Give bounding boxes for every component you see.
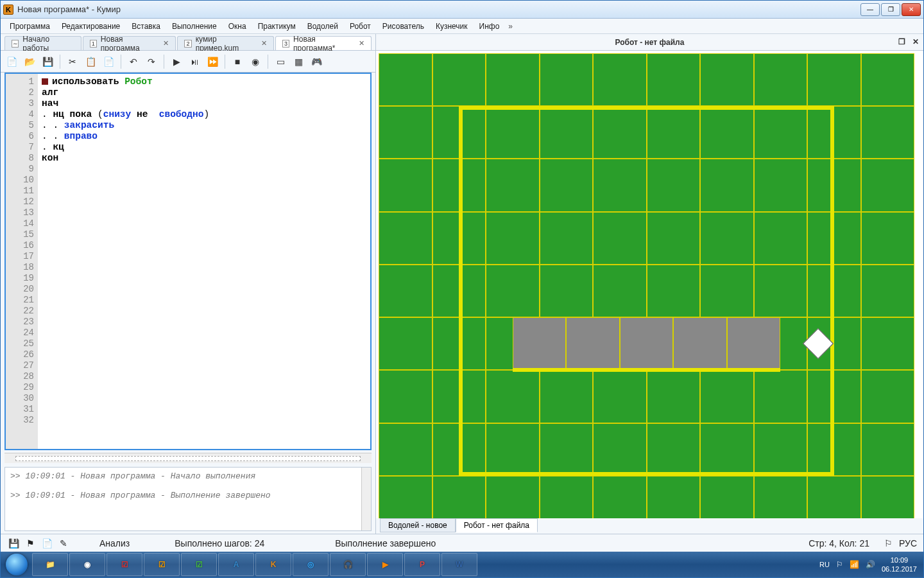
taskbar-item-ppt[interactable]: P xyxy=(404,553,440,576)
menu-робот[interactable]: Робот xyxy=(345,21,376,32)
system-tray[interactable]: RU ⚐ 📶 🔊 10:09 06.12.2017 xyxy=(814,556,922,574)
grid-cell xyxy=(540,370,594,423)
new-button[interactable]: 📄 xyxy=(4,55,19,69)
console-vscrollbar[interactable] xyxy=(361,468,371,530)
code-line[interactable]: использовать Робот xyxy=(42,76,366,87)
tray-lang[interactable]: RU xyxy=(819,561,830,568)
status-save-icon[interactable]: 💾 xyxy=(7,537,20,550)
grid-cell xyxy=(486,476,540,518)
menu-редактирование[interactable]: Редактирование xyxy=(56,21,125,32)
taskbar-item-headphones[interactable]: 🎧 xyxy=(330,553,366,576)
status-analysis: Анализ xyxy=(99,538,130,548)
menu-кузнечик[interactable]: Кузнечик xyxy=(431,21,473,32)
code-line[interactable]: алг xyxy=(42,87,366,98)
code-line[interactable]: . кц xyxy=(42,142,366,153)
menu-программа[interactable]: Программа xyxy=(4,21,55,32)
robot-tab[interactable]: Водолей - новое xyxy=(380,518,456,532)
stop-button[interactable]: ■ xyxy=(230,55,244,69)
menu-инфо[interactable]: Инфо xyxy=(474,21,505,32)
taskbar-item-chrome[interactable]: ◉ xyxy=(69,553,105,576)
taskbar-item-kumir-k[interactable]: K xyxy=(255,553,291,576)
grid-cell xyxy=(379,370,432,423)
taskbar-item-abc[interactable]: A xyxy=(218,553,254,576)
taskbar-item-explorer[interactable]: 📁 xyxy=(32,553,68,576)
robot-close-button[interactable]: ✕ xyxy=(911,37,921,47)
status-lang-icon[interactable]: ⚐ xyxy=(882,537,895,550)
robot-field[interactable] xyxy=(379,53,921,516)
run-button[interactable]: ▶ xyxy=(169,55,184,69)
layout-button[interactable]: ▭ xyxy=(273,55,287,69)
menu-водолей[interactable]: Водолей xyxy=(302,21,343,32)
taskbar-item-check-orange[interactable]: ☑ xyxy=(144,553,180,576)
fast-button[interactable]: ⏩ xyxy=(205,55,219,69)
taskbar-item-word[interactable]: W xyxy=(441,553,477,576)
titlebar: K Новая программа* - Кумир — ❐ ✕ xyxy=(1,1,923,19)
undo-button[interactable]: ↶ xyxy=(126,55,141,69)
code-area[interactable]: использовать Роботалгнач. нц пока (снизу… xyxy=(38,74,370,449)
save-button[interactable]: 💾 xyxy=(40,55,55,69)
status-note-icon[interactable]: 📄 xyxy=(40,537,53,550)
grid-cell xyxy=(647,212,701,265)
copy-button[interactable]: 📋 xyxy=(83,55,98,69)
taskbar-item-media[interactable]: ▶ xyxy=(367,553,403,576)
robot-tab[interactable]: Робот - нет файла xyxy=(456,518,538,532)
menubar: ПрограммаРедактированиеВставкаВыполнение… xyxy=(1,19,923,34)
tab-close-icon[interactable]: ✕ xyxy=(359,39,364,48)
code-line[interactable]: кон xyxy=(42,153,366,164)
code-line[interactable]: . . вправо xyxy=(42,131,366,142)
taskbar-item-check-red[interactable]: ☑ xyxy=(107,553,142,576)
tab-close-icon[interactable]: ✕ xyxy=(261,39,267,48)
menu-практикум[interactable]: Практикум xyxy=(253,21,301,32)
menu-окна[interactable]: Окна xyxy=(223,21,252,32)
console-line: >> 10:09:01 - Новая программа - Выполнен… xyxy=(10,491,366,500)
close-button[interactable]: ✕ xyxy=(902,3,921,16)
code-editor[interactable]: 1234567891011121314151617181920212223242… xyxy=(4,73,372,450)
editor-tab[interactable]: 2кумир пример.kum✕ xyxy=(177,36,273,50)
editor-hscrollbar[interactable] xyxy=(4,453,372,463)
taskbar-item-kumir-o[interactable]: ◎ xyxy=(293,553,329,576)
maximize-button[interactable]: ❐ xyxy=(881,3,900,16)
minimize-button[interactable]: — xyxy=(860,3,880,16)
editor-tabbar: ∼Начало работы1Новая программа✕2кумир пр… xyxy=(1,34,375,51)
robot-detach-button[interactable]: ❐ xyxy=(896,37,907,47)
start-button[interactable] xyxy=(2,552,31,577)
taskbar-item-check-grid[interactable]: ☑ xyxy=(181,553,217,576)
editor-tab[interactable]: 1Новая программа✕ xyxy=(83,36,176,50)
game-button[interactable]: 🎮 xyxy=(309,55,323,69)
code-line[interactable] xyxy=(42,164,366,175)
tab-close-icon[interactable]: ✕ xyxy=(163,39,169,48)
redo-button[interactable]: ↷ xyxy=(144,55,158,69)
grid-cell xyxy=(700,423,754,476)
grid-cell xyxy=(861,106,915,159)
tray-network-icon[interactable]: 📶 xyxy=(850,560,859,569)
menu-overflow[interactable]: » xyxy=(506,22,515,31)
grid-cell xyxy=(379,476,432,518)
menu-вставка[interactable]: Вставка xyxy=(126,21,166,32)
step-button[interactable]: ⏯ xyxy=(187,55,201,69)
open-button[interactable]: 📂 xyxy=(22,55,37,69)
tray-sound-icon[interactable]: 🔊 xyxy=(866,560,875,569)
grid-cell xyxy=(486,53,540,106)
paste-button[interactable]: 📄 xyxy=(101,55,116,69)
code-line[interactable]: . нц пока (снизу не свободно) xyxy=(42,109,366,120)
code-line[interactable]: . . закрасить xyxy=(42,120,366,131)
editor-tab[interactable]: 3Новая программа*✕ xyxy=(275,36,372,50)
painted-cell xyxy=(513,317,567,370)
grid-cell xyxy=(540,476,594,518)
output-console[interactable]: >> 10:09:01 - Новая программа - Начало в… xyxy=(4,467,372,531)
status-edit-icon[interactable]: ✎ xyxy=(57,537,70,550)
breakpoint-button[interactable]: ◉ xyxy=(248,55,262,69)
grid-cell xyxy=(754,212,808,265)
status-flag-icon[interactable]: ⚑ xyxy=(24,537,37,550)
tray-flag-icon[interactable]: ⚐ xyxy=(836,560,843,569)
grid-button[interactable]: ▦ xyxy=(291,55,305,69)
menu-выполнение[interactable]: Выполнение xyxy=(167,21,222,32)
cut-button[interactable]: ✂ xyxy=(65,55,80,69)
code-line[interactable]: нач xyxy=(42,98,366,109)
app-icon: K xyxy=(3,4,13,15)
editor-tab[interactable]: ∼Начало работы xyxy=(4,36,81,50)
tray-clock[interactable]: 10:09 06.12.2017 xyxy=(882,556,917,574)
grid-cell xyxy=(379,265,432,317)
menu-рисователь[interactable]: Рисователь xyxy=(377,21,429,32)
tab-number-icon: 3 xyxy=(282,40,289,48)
